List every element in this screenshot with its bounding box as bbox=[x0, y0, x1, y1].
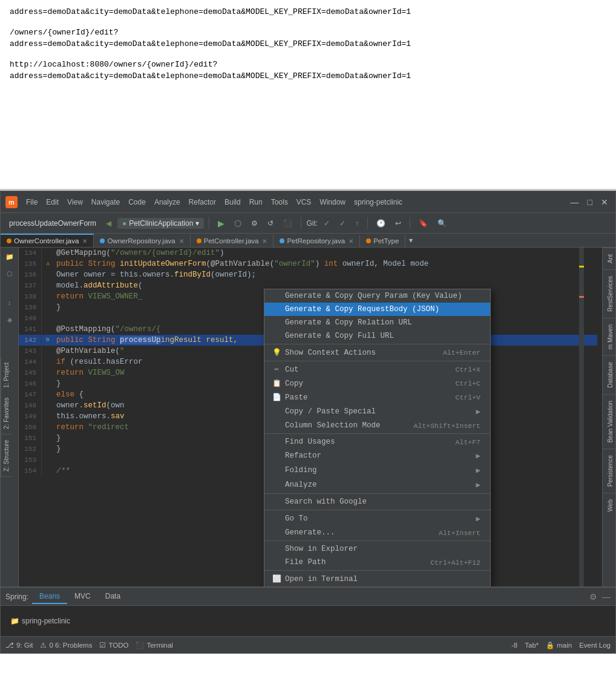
tab-overflow-button[interactable]: ▾ bbox=[405, 234, 416, 247]
ctx-copy[interactable]: 📋 Copy Ctrl+C bbox=[264, 376, 490, 390]
ctx-generate-requestbody[interactable]: Generate & Copy RequestBody (JSON) bbox=[264, 303, 490, 316]
status-position[interactable]: -8 bbox=[511, 642, 517, 649]
menu-edit[interactable]: Edit bbox=[42, 197, 62, 208]
tab-pet-repository[interactable]: PetRepository.java ✕ bbox=[274, 235, 360, 247]
right-panel-rest[interactable]: RestServices bbox=[603, 269, 615, 318]
menu-refactor[interactable]: Refactor bbox=[185, 197, 220, 208]
right-panel-ant[interactable]: Ant bbox=[603, 248, 615, 269]
right-side-panel: Ant RestServices m Maven Database Bean V… bbox=[602, 248, 615, 586]
menu-run[interactable]: Run bbox=[246, 197, 266, 208]
ctx-label: Column Selection Mode bbox=[285, 421, 381, 430]
minimize-button[interactable]: — bbox=[568, 197, 582, 207]
ctx-shortcut: Ctrl+X bbox=[456, 366, 480, 373]
status-problems[interactable]: ⚠ 0 6: Problems bbox=[40, 641, 92, 649]
run-config-selector[interactable]: ● PetClinicApplication ▾ bbox=[117, 218, 204, 229]
history-button[interactable]: 🕐 bbox=[373, 218, 389, 229]
ctx-paste[interactable]: 📄 Paste Ctrl+V bbox=[264, 390, 490, 404]
ctx-refactor[interactable]: Refactor ▶ bbox=[264, 448, 490, 463]
tab-owner-repository[interactable]: OwnerRepository.java ✕ bbox=[94, 235, 190, 247]
ctx-generate[interactable]: Generate... Alt+Insert bbox=[264, 526, 490, 539]
ctx-folding[interactable]: Folding ▶ bbox=[264, 463, 490, 478]
ctx-label: Generate & Copy Relation URL bbox=[285, 318, 412, 327]
ctx-copy-paste-special[interactable]: Copy / Paste Special ▶ bbox=[264, 404, 490, 419]
tab-close-icon[interactable]: ✕ bbox=[82, 238, 87, 245]
spring-settings-icon[interactable]: ⚙ bbox=[589, 592, 597, 602]
undo-button[interactable]: ↩ bbox=[392, 218, 405, 229]
sidebar-icon-4[interactable]: ◈ bbox=[3, 313, 16, 326]
status-todo[interactable]: ☑ TODO bbox=[99, 641, 128, 649]
right-panel-maven[interactable]: m Maven bbox=[603, 318, 615, 355]
paste-icon: 📄 bbox=[272, 393, 281, 402]
tab-close-icon[interactable]: ✕ bbox=[349, 238, 353, 245]
build-button[interactable]: ⚙ bbox=[247, 218, 261, 229]
menu-view[interactable]: View bbox=[64, 197, 87, 208]
tab-close-icon[interactable]: ✕ bbox=[262, 238, 267, 245]
sidebar-icon-2[interactable]: ⬡ bbox=[3, 267, 16, 280]
ctx-separator bbox=[264, 361, 490, 361]
ctx-generate-relation-url[interactable]: Generate & Copy Relation URL bbox=[264, 316, 490, 329]
left-tab-project[interactable]: 1: Project bbox=[1, 358, 11, 393]
git-tick-icon[interactable]: ✓ bbox=[336, 218, 349, 229]
ctx-cut[interactable]: ✂ Cut Ctrl+X bbox=[264, 363, 490, 376]
menu-navigate[interactable]: Navigate bbox=[88, 197, 123, 208]
rerun-button[interactable]: ↺ bbox=[264, 218, 277, 229]
right-panel-database[interactable]: Database bbox=[603, 355, 615, 394]
status-git[interactable]: ⎇ 9: Git bbox=[5, 641, 33, 649]
spring-content: 📁 spring-petclinic bbox=[1, 606, 615, 636]
ctx-goto[interactable]: Go To ▶ bbox=[264, 511, 490, 526]
run-button[interactable]: ▶ bbox=[214, 217, 228, 229]
ctx-file-path[interactable]: File Path Ctrl+Alt+F12 bbox=[264, 556, 490, 569]
menu-window[interactable]: Window bbox=[316, 197, 349, 208]
ctx-separator bbox=[264, 510, 490, 510]
tab-owner-controller[interactable]: OwnerController.java ✕ bbox=[1, 234, 94, 247]
ctx-find-usages[interactable]: Find Usages Alt+F7 bbox=[264, 435, 490, 448]
ctx-column-selection[interactable]: Column Selection Mode Alt+Shift+Insert bbox=[264, 419, 490, 432]
menu-project[interactable]: spring-petclinic bbox=[350, 197, 406, 208]
right-panel-bean-validation[interactable]: Bean Validation bbox=[603, 394, 615, 448]
left-tab-favorites[interactable]: 2: Favorites bbox=[1, 393, 11, 435]
sidebar-icon-3[interactable]: ↕ bbox=[3, 296, 16, 309]
spring-tab-data[interactable]: Data bbox=[98, 590, 128, 604]
tree-folder-icon: 📁 bbox=[10, 617, 19, 625]
submenu-arrow-icon: ▶ bbox=[476, 407, 480, 416]
menu-code[interactable]: Code bbox=[125, 197, 149, 208]
menu-file[interactable]: File bbox=[22, 197, 41, 208]
ctx-generate-query-param[interactable]: Generate & Copy Query Param (Key Value) bbox=[264, 289, 490, 303]
nav-back-button[interactable]: ◀ bbox=[102, 218, 115, 229]
status-event-log[interactable]: Event Log bbox=[579, 642, 611, 649]
bookmark-button[interactable]: 🔖 bbox=[415, 218, 431, 229]
search-everywhere-button[interactable]: 🔍 bbox=[434, 218, 450, 229]
ctx-open-terminal[interactable]: ⬜ Open in Terminal bbox=[264, 572, 490, 586]
ctx-generate-full-url[interactable]: Generate & Copy Full URL bbox=[264, 329, 490, 343]
tab-pet-controller[interactable]: PetController.java ✕ bbox=[191, 235, 274, 247]
git-push-icon[interactable]: ↑ bbox=[352, 218, 362, 229]
status-terminal[interactable]: ⬛ Terminal bbox=[136, 641, 172, 649]
git-check-icon[interactable]: ✓ bbox=[320, 218, 333, 229]
ctx-search-google[interactable]: Search with Google bbox=[264, 495, 490, 508]
status-encoding[interactable]: 🔒 main bbox=[546, 641, 572, 649]
menu-tools[interactable]: Tools bbox=[267, 197, 292, 208]
menu-analyze[interactable]: Analyze bbox=[151, 197, 184, 208]
spring-tab-beans[interactable]: Beans bbox=[32, 590, 67, 604]
menu-vcs[interactable]: VCS bbox=[293, 197, 315, 208]
stop-button[interactable]: ⬛ bbox=[280, 218, 296, 229]
ctx-show-explorer[interactable]: Show in Explorer bbox=[264, 542, 490, 556]
spring-tree: 📁 spring-petclinic bbox=[5, 613, 75, 629]
spring-minimize-icon[interactable]: — bbox=[602, 592, 611, 602]
status-tab[interactable]: Tab* bbox=[525, 642, 539, 649]
tab-close-icon[interactable]: ✕ bbox=[179, 238, 184, 245]
debug-button[interactable]: ⬡ bbox=[231, 217, 245, 229]
tab-pettype[interactable]: PetType bbox=[360, 235, 405, 247]
right-panel-persistence[interactable]: Persistence bbox=[603, 448, 615, 493]
right-panel-web[interactable]: Web bbox=[603, 493, 615, 518]
ctx-show-context-actions[interactable]: 💡 Show Context Actions Alt+Enter bbox=[264, 346, 490, 360]
spring-tab-mvc[interactable]: MVC bbox=[67, 590, 98, 604]
sidebar-project-icon[interactable]: 📁 bbox=[3, 250, 16, 263]
ctx-analyze[interactable]: Analyze ▶ bbox=[264, 478, 490, 492]
menu-build[interactable]: Build bbox=[221, 197, 244, 208]
title-bar: m File Edit View Navigate Code Analyze R… bbox=[1, 191, 615, 213]
code-editor[interactable]: 134 @GetMapping("/owners/{ownerId}/edit"… bbox=[19, 248, 597, 586]
left-tab-structure[interactable]: Z: Structure bbox=[1, 435, 11, 476]
close-button[interactable]: ✕ bbox=[598, 197, 611, 207]
maximize-button[interactable]: □ bbox=[585, 197, 595, 207]
